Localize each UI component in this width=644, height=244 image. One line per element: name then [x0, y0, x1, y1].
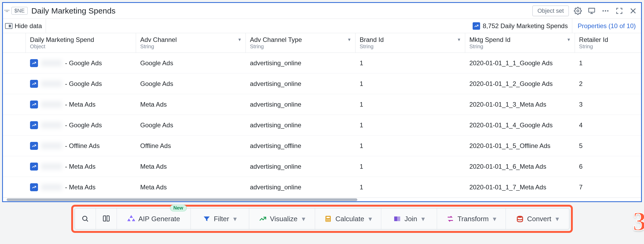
cell-brand-id: 1 — [355, 59, 465, 67]
cell-adv-channel: Google Ads — [136, 121, 246, 129]
column-header-gutter — [3, 33, 26, 53]
filter-icon — [203, 215, 211, 223]
aip-generate-button[interactable]: New AIP Generate — [117, 208, 191, 229]
aip-generate-label: AIP Generate — [138, 215, 180, 223]
visualize-label: Visualize — [270, 215, 298, 223]
docs-button[interactable] — [96, 208, 117, 229]
svg-point-3 — [605, 10, 606, 11]
table-row[interactable]: - Google Ads Google Ads advertising_onli… — [3, 115, 641, 136]
cell-object-suffix: - Meta Ads — [65, 184, 96, 191]
table-row[interactable]: - Offline Ads Offline Ads advertising_of… — [3, 136, 641, 156]
cell-adv-channel: Google Ads — [136, 59, 246, 67]
svg-point-8 — [327, 219, 327, 220]
column-header-retailer-id[interactable]: Retailer Id String — [575, 33, 641, 53]
panel-subheader: Hide data 8,752 Daily Marketing Spends P… — [3, 19, 641, 33]
cell-brand-id: 1 — [355, 142, 465, 150]
column-label: Daily Marketing Spend — [30, 36, 132, 43]
table-row[interactable]: - Meta Ads Meta Ads advertising_online 1… — [3, 94, 641, 115]
cell-object[interactable]: - Google Ads — [26, 59, 136, 67]
cell-object[interactable]: - Offline Ads — [26, 142, 136, 150]
search-button[interactable] — [75, 208, 96, 229]
filter-button[interactable]: Filter ▾ — [191, 208, 249, 229]
svg-point-0 — [577, 10, 579, 12]
svg-point-5 — [83, 216, 87, 220]
cell-adv-channel-type: advertising_online — [246, 59, 355, 67]
object-icon — [30, 121, 38, 129]
column-label: Adv Channel — [140, 36, 241, 43]
chevron-down-icon: ▾ — [302, 215, 305, 223]
column-type: String — [469, 43, 570, 50]
column-header-mktg-spend-id[interactable]: Mktg Spend Id String ▼ — [465, 33, 575, 53]
expand-icon[interactable] — [615, 6, 624, 16]
redacted-text — [41, 143, 62, 149]
cell-mktg-spend-id: 2020-01-01_1_7_Meta Ads — [465, 184, 575, 191]
cell-retailer-id: 5 — [575, 142, 641, 150]
cell-object[interactable]: - Google Ads — [26, 80, 136, 88]
table-row[interactable]: - Google Ads Google Ads advertising_onli… — [3, 73, 641, 94]
more-icon[interactable] — [601, 6, 610, 16]
cell-mktg-spend-id: 2020-01-01_1_2_Google Ads — [465, 80, 575, 88]
hide-data-button[interactable]: Hide data — [3, 19, 46, 33]
cell-retailer-id: 6 — [575, 163, 641, 170]
chevron-down-icon[interactable]: ▼ — [347, 37, 351, 42]
cell-adv-channel: Meta Ads — [136, 184, 246, 191]
calculate-label: Calculate — [335, 215, 364, 223]
table-row[interactable]: - Meta Ads Meta Ads advertising_online 1… — [3, 156, 641, 177]
table-row[interactable]: - Meta Ads Meta Ads advertising_online 1… — [3, 177, 641, 198]
chevron-down-icon[interactable]: ▼ — [457, 37, 461, 42]
convert-button[interactable]: Convert ▾ — [506, 208, 569, 229]
redacted-text — [41, 122, 62, 128]
cell-object-suffix: - Google Ads — [65, 121, 102, 129]
object-icon — [30, 59, 38, 67]
column-header-adv-channel-type[interactable]: Adv Channel Type String ▼ — [246, 33, 355, 53]
column-label: Mktg Spend Id — [469, 36, 570, 43]
cell-retailer-id: 7 — [575, 184, 641, 191]
drag-handle-icon[interactable] — [5, 7, 9, 14]
join-icon — [393, 215, 401, 223]
cell-adv-channel-type: advertising_online — [246, 163, 355, 170]
chevron-down-icon[interactable]: ▼ — [238, 37, 242, 42]
cell-object-suffix: - Offline Ads — [65, 142, 100, 150]
column-label: Retailer Id — [579, 36, 637, 43]
close-icon[interactable] — [628, 6, 638, 16]
svg-point-12 — [328, 220, 329, 221]
calculate-button[interactable]: Calculate ▾ — [315, 208, 381, 229]
chart-icon — [259, 215, 267, 223]
presentation-icon[interactable] — [587, 6, 596, 16]
annotation-highlight: New AIP Generate Filter ▾ Visualize ▾ Ca… — [71, 205, 573, 233]
object-type-icon — [473, 22, 480, 30]
cell-object[interactable]: - Meta Ads — [26, 183, 136, 191]
variable-chip[interactable]: $NE — [11, 7, 28, 15]
visualize-button[interactable]: Visualize ▾ — [249, 208, 315, 229]
chevron-down-icon[interactable]: ▼ — [567, 37, 571, 42]
aip-icon — [127, 215, 135, 223]
column-header-object[interactable]: Daily Marketing Spend Object — [26, 33, 136, 53]
transform-button[interactable]: Transform ▾ — [437, 208, 506, 229]
cell-object-suffix: - Google Ads — [65, 80, 102, 88]
panel-collapse-icon — [5, 23, 12, 29]
cell-retailer-id: 4 — [575, 121, 641, 129]
cell-object[interactable]: - Meta Ads — [26, 163, 136, 171]
scrollbar-thumb[interactable] — [7, 198, 357, 201]
filter-label: Filter — [214, 215, 229, 223]
cell-retailer-id: 1 — [575, 59, 641, 67]
cell-adv-channel: Google Ads — [136, 80, 246, 88]
cell-object[interactable]: - Google Ads — [26, 121, 136, 129]
action-toolbar: New AIP Generate Filter ▾ Visualize ▾ Ca… — [75, 208, 569, 229]
cell-object-suffix: - Google Ads — [65, 59, 102, 67]
cell-object-suffix: - Meta Ads — [65, 101, 96, 108]
horizontal-scrollbar[interactable] — [3, 198, 641, 201]
properties-link[interactable]: Properties (10 of 10) — [572, 19, 641, 33]
chevron-down-icon: ▾ — [556, 215, 559, 223]
object-set-button[interactable]: Object set — [532, 6, 569, 16]
cell-brand-id: 1 — [355, 184, 465, 191]
table-row[interactable]: - Google Ads Google Ads advertising_onli… — [3, 53, 641, 73]
cell-adv-channel: Meta Ads — [136, 101, 246, 108]
cell-mktg-spend-id: 2020-01-01_1_1_Google Ads — [465, 59, 575, 67]
gear-icon[interactable] — [573, 6, 583, 16]
column-header-adv-channel[interactable]: Adv Channel String ▼ — [136, 33, 246, 53]
cell-object[interactable]: - Meta Ads — [26, 101, 136, 108]
column-type: String — [140, 43, 241, 50]
column-header-brand-id[interactable]: Brand Id String ▼ — [355, 33, 465, 53]
join-button[interactable]: Join ▾ — [381, 208, 437, 229]
